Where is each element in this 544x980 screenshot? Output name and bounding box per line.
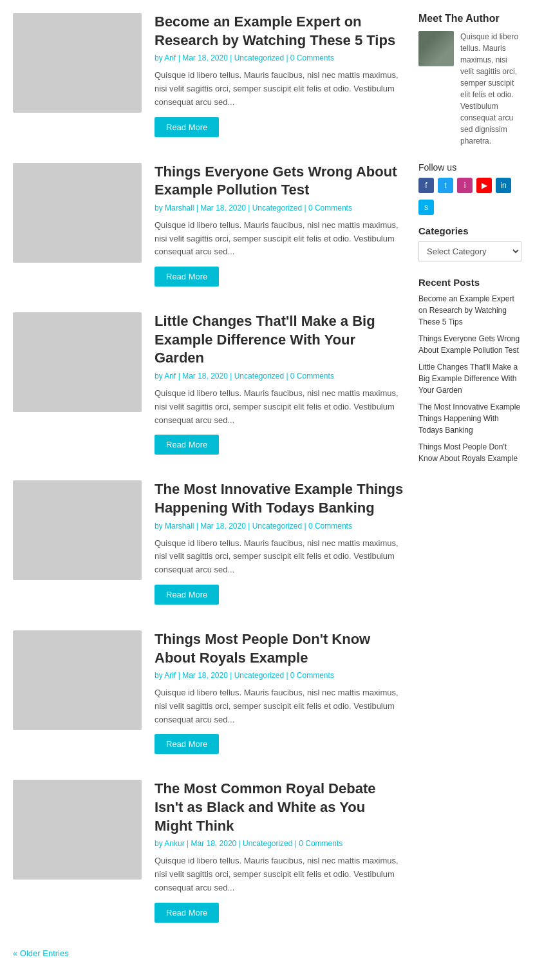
article-author-5: Arif [164, 671, 176, 680]
article-card-3: Little Changes That'll Make a Big Exampl… [13, 312, 406, 455]
instagram-icon[interactable]: i [457, 178, 473, 193]
article-card-4: The Most Innovative Example Things Happe… [13, 480, 406, 605]
read-more-button-2[interactable]: Read More [155, 267, 219, 287]
read-more-button-1[interactable]: Read More [155, 117, 219, 137]
author-image [418, 31, 454, 66]
twitter-icon[interactable]: t [438, 178, 453, 193]
article-category-5: Uncategorized [234, 671, 284, 680]
article-by-4: by [155, 522, 165, 531]
article-author-1: Arif [164, 53, 176, 62]
read-more-button-3[interactable]: Read More [155, 435, 219, 455]
meet-author-section: Meet The Author Quisque id libero tellus… [418, 13, 521, 147]
article-author-3: Arif [164, 372, 176, 381]
meet-author-title: Meet The Author [418, 13, 521, 24]
article-by-1: by [155, 53, 164, 62]
sidebar: Meet The Author Quisque id libero tellus… [418, 13, 521, 958]
categories-select[interactable]: Select Category [418, 241, 521, 261]
article-body-6: The Most Common Royal Debate Isn't as Bl… [155, 780, 406, 922]
article-comments-6: 0 Comments [299, 839, 342, 848]
article-title-3: Little Changes That'll Make a Big Exampl… [155, 312, 406, 368]
article-category-2: Uncategorized [252, 203, 302, 212]
article-image-6 [13, 780, 142, 880]
article-image-3 [13, 312, 142, 412]
article-meta-2: by Marshall | Mar 18, 2020 | Uncategoriz… [155, 203, 406, 212]
article-date-5: Mar 18, 2020 [182, 671, 228, 680]
articles-list: Become an Example Expert on Research by … [13, 13, 406, 923]
article-author-2: Marshall [165, 203, 194, 212]
article-excerpt-6: Quisque id libero tellus. Mauris faucibu… [155, 854, 406, 894]
article-comments-4: 0 Comments [308, 522, 352, 531]
article-title-2: Things Everyone Gets Wrong About Example… [155, 163, 406, 200]
main-content: Become an Example Expert on Research by … [13, 13, 406, 958]
article-comments-2: 0 Comments [308, 203, 352, 212]
article-date-4: Mar 18, 2020 [200, 522, 246, 531]
categories-title: Categories [418, 225, 521, 236]
article-body-3: Little Changes That'll Make a Big Exampl… [155, 312, 406, 455]
recent-post-link-4[interactable]: The Most Innovative Example Things Happe… [418, 401, 521, 436]
article-body-5: Things Most People Don't Know About Roya… [155, 630, 406, 755]
article-image-1 [13, 13, 142, 113]
article-category-1: Uncategorized [234, 53, 284, 62]
youtube-icon[interactable]: ▶ [476, 178, 492, 193]
article-excerpt-5: Quisque id libero tellus. Mauris faucibu… [155, 686, 406, 726]
read-more-button-6[interactable]: Read More [155, 903, 219, 923]
article-category-4: Uncategorized [252, 522, 302, 531]
article-by-3: by [155, 372, 164, 381]
article-date-1: Mar 18, 2020 [182, 53, 228, 62]
skype-icon[interactable]: s [418, 200, 434, 215]
article-excerpt-1: Quisque id libero tellus. Mauris faucibu… [155, 69, 406, 109]
article-category-3: Uncategorized [234, 372, 284, 381]
article-card-1: Become an Example Expert on Research by … [13, 13, 406, 137]
older-entries-link[interactable]: « Older Entries [13, 948, 406, 958]
article-meta-4: by Marshall | Mar 18, 2020 | Uncategoriz… [155, 522, 406, 531]
article-image-4 [13, 480, 142, 580]
article-category-6: Uncategorized [243, 839, 292, 848]
article-date-2: Mar 18, 2020 [200, 203, 246, 212]
linkedin-icon[interactable]: in [496, 178, 511, 193]
article-title-5: Things Most People Don't Know About Roya… [155, 630, 406, 667]
article-image-5 [13, 630, 142, 730]
article-body-1: Become an Example Expert on Research by … [155, 13, 406, 137]
article-author-6: Ankur [164, 839, 184, 848]
article-excerpt-2: Quisque id libero tellus. Mauris faucibu… [155, 219, 406, 259]
article-by-5: by [155, 671, 164, 680]
article-by-2: by [155, 203, 165, 212]
read-more-button-5[interactable]: Read More [155, 734, 219, 754]
article-meta-5: by Arif | Mar 18, 2020 | Uncategorized |… [155, 671, 406, 680]
article-comments-5: 0 Comments [290, 671, 334, 680]
categories-section: Categories Select Category [418, 225, 521, 261]
article-date-3: Mar 18, 2020 [182, 372, 228, 381]
article-card-2: Things Everyone Gets Wrong About Example… [13, 163, 406, 287]
article-body-2: Things Everyone Gets Wrong About Example… [155, 163, 406, 287]
article-title-1: Become an Example Expert on Research by … [155, 13, 406, 50]
article-comments-1: 0 Comments [290, 53, 334, 62]
article-author-4: Marshall [165, 522, 194, 531]
recent-posts-title: Recent Posts [418, 277, 521, 288]
recent-post-link-1[interactable]: Become an Example Expert on Research by … [418, 293, 521, 328]
article-meta-6: by Ankur | Mar 18, 2020 | Uncategorized … [155, 839, 406, 848]
recent-posts-section: Recent Posts Become an Example Expert on… [418, 277, 521, 464]
article-excerpt-3: Quisque id libero tellus. Mauris faucibu… [155, 387, 406, 427]
social-icons: fti▶ins [418, 178, 521, 215]
recent-post-link-5[interactable]: Things Most People Don't Know About Roya… [418, 441, 521, 464]
article-meta-3: by Arif | Mar 18, 2020 | Uncategorized |… [155, 372, 406, 381]
read-more-button-4[interactable]: Read More [155, 585, 219, 605]
recent-posts-list: Become an Example Expert on Research by … [418, 293, 521, 464]
article-title-4: The Most Innovative Example Things Happe… [155, 480, 406, 517]
article-card-5: Things Most People Don't Know About Roya… [13, 630, 406, 755]
article-comments-3: 0 Comments [290, 372, 334, 381]
facebook-icon[interactable]: f [418, 178, 434, 193]
author-block: Quisque id libero tellus. Mauris maximus… [418, 31, 521, 147]
follow-section: Follow us fti▶ins [418, 162, 521, 215]
article-by-6: by [155, 839, 164, 848]
article-excerpt-4: Quisque id libero tellus. Mauris faucibu… [155, 537, 406, 577]
article-title-6: The Most Common Royal Debate Isn't as Bl… [155, 780, 406, 835]
article-date-6: Mar 18, 2020 [191, 839, 237, 848]
article-image-2 [13, 163, 142, 263]
follow-title: Follow us [418, 162, 521, 173]
author-bio: Quisque id libero tellus. Mauris maximus… [460, 31, 521, 147]
article-meta-1: by Arif | Mar 18, 2020 | Uncategorized |… [155, 53, 406, 62]
recent-post-link-2[interactable]: Things Everyone Gets Wrong About Example… [418, 333, 521, 356]
recent-post-link-3[interactable]: Little Changes That'll Make a Big Exampl… [418, 361, 521, 396]
article-body-4: The Most Innovative Example Things Happe… [155, 480, 406, 605]
